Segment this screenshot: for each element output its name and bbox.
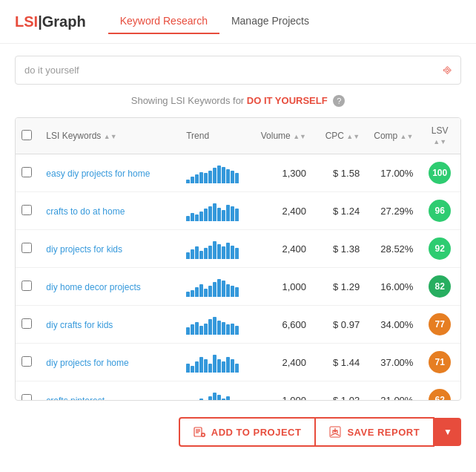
help-icon[interactable]: ? bbox=[333, 95, 345, 107]
table-row: easy diy projects for home1,300$ 1.5817.… bbox=[16, 154, 460, 192]
header-volume[interactable]: Volume ▲▼ bbox=[254, 118, 312, 154]
lsv-cell: 100 bbox=[419, 154, 460, 192]
header: LSI|Graph Keyword Research Manage Projec… bbox=[0, 0, 476, 44]
search-submit-button[interactable]: ⎆ bbox=[443, 62, 452, 78]
table-header-row: LSI Keywords ▲▼ Trend Volume ▲▼ CPC ▲▼ C… bbox=[16, 118, 460, 154]
lsv-badge: 92 bbox=[429, 237, 451, 260]
row-checkbox-3[interactable] bbox=[22, 281, 32, 291]
trend-chart bbox=[186, 200, 248, 221]
lsv-cell: 62 bbox=[419, 381, 460, 401]
row-checkbox-6[interactable] bbox=[22, 394, 32, 401]
cpc-value: $ 1.24 bbox=[312, 192, 366, 230]
cpc-value: $ 0.97 bbox=[312, 306, 366, 344]
cpc-value: $ 1.44 bbox=[312, 344, 366, 381]
trend-chart bbox=[186, 352, 248, 373]
keyword-link[interactable]: diy projects for kids bbox=[46, 244, 122, 255]
trend-chart bbox=[186, 238, 248, 259]
logo-lsi: LSI bbox=[15, 13, 38, 30]
trend-chart bbox=[186, 276, 248, 297]
table-row: diy crafts for kids6,600$ 0.9734.00%77 bbox=[16, 306, 460, 344]
select-all-checkbox[interactable] bbox=[22, 130, 32, 140]
svg-rect-0 bbox=[194, 427, 202, 436]
add-to-project-icon bbox=[194, 426, 205, 438]
keyword-link[interactable]: diy crafts for kids bbox=[46, 320, 113, 330]
trend-chart bbox=[186, 314, 248, 335]
keyword-link[interactable]: easy diy projects for home bbox=[46, 168, 150, 179]
lsv-badge: 71 bbox=[429, 351, 451, 373]
status-prefix: Showing LSI Keywords for bbox=[131, 95, 247, 106]
header-trend: Trend bbox=[180, 118, 254, 154]
table-row: diy projects for home2,400$ 1.4437.00%71 bbox=[16, 344, 460, 381]
row-checkbox-2[interactable] bbox=[22, 243, 32, 253]
search-container: ⎆ bbox=[0, 44, 476, 91]
trend-chart bbox=[186, 390, 248, 400]
nav-tabs: Keyword Research Manage Projects bbox=[108, 9, 321, 34]
lsv-badge: 82 bbox=[429, 275, 451, 298]
volume-value: 2,400 bbox=[254, 230, 312, 268]
comp-value: 37.00% bbox=[366, 344, 419, 381]
cpc-value: $ 1.29 bbox=[312, 268, 366, 306]
comp-value: 21.00% bbox=[366, 381, 419, 401]
lsv-cell: 92 bbox=[419, 230, 460, 268]
add-to-project-label: ADD TO PROJECT bbox=[211, 427, 302, 438]
status-bar: Showing LSI Keywords for DO IT YOURSELF … bbox=[0, 91, 476, 111]
cpc-value: $ 1.38 bbox=[312, 230, 366, 268]
row-checkbox-4[interactable] bbox=[22, 318, 32, 329]
keywords-table: LSI Keywords ▲▼ Trend Volume ▲▼ CPC ▲▼ C… bbox=[16, 118, 460, 400]
sort-arrows-lsv: ▲▼ bbox=[433, 138, 446, 145]
search-box: ⎆ bbox=[15, 56, 461, 85]
save-report-button[interactable]: SAVE REPORT bbox=[316, 417, 434, 447]
keyword-link[interactable]: diy home decor projects bbox=[46, 282, 140, 292]
header-cpc[interactable]: CPC ▲▼ bbox=[312, 118, 366, 154]
lsv-badge: 77 bbox=[429, 313, 451, 335]
comp-value: 34.00% bbox=[366, 306, 419, 344]
table-wrapper[interactable]: LSI Keywords ▲▼ Trend Volume ▲▼ CPC ▲▼ C… bbox=[16, 118, 460, 400]
comp-value: 17.00% bbox=[366, 154, 419, 192]
comp-value: 28.52% bbox=[366, 230, 419, 268]
logo-graph: Graph bbox=[42, 13, 86, 30]
volume-value: 1,000 bbox=[254, 268, 312, 306]
volume-value: 6,600 bbox=[254, 306, 312, 344]
table-body: easy diy projects for home1,300$ 1.5817.… bbox=[16, 154, 460, 401]
status-query: DO IT YOURSELF bbox=[247, 95, 328, 106]
header-lsi-label: LSI Keywords bbox=[46, 131, 101, 141]
table-row: crafts pinterest1,000$ 1.0321.00%62 bbox=[16, 381, 460, 401]
volume-value: 1,300 bbox=[254, 154, 312, 192]
header-lsi-keywords[interactable]: LSI Keywords ▲▼ bbox=[40, 118, 180, 154]
trend-chart bbox=[186, 163, 248, 183]
sort-arrows-comp: ▲▼ bbox=[400, 133, 414, 140]
table-row: crafts to do at home2,400$ 1.2427.29%96 bbox=[16, 192, 460, 230]
row-checkbox-0[interactable] bbox=[22, 167, 32, 177]
add-to-project-button[interactable]: ADD TO PROJECT bbox=[179, 417, 317, 447]
keyword-link[interactable]: diy projects for home bbox=[46, 358, 128, 368]
table-container: LSI Keywords ▲▼ Trend Volume ▲▼ CPC ▲▼ C… bbox=[15, 117, 461, 401]
keyword-link[interactable]: crafts pinterest bbox=[46, 396, 105, 401]
lsv-badge: 96 bbox=[429, 200, 451, 222]
sort-arrows-keyword: ▲▼ bbox=[104, 133, 117, 140]
comp-value: 16.00% bbox=[366, 268, 419, 306]
table-row: diy home decor projects1,000$ 1.2916.00%… bbox=[16, 268, 460, 306]
footer: ADD TO PROJECT SAVE REPORT ▼ bbox=[0, 407, 476, 457]
header-comp[interactable]: Comp ▲▼ bbox=[366, 118, 419, 154]
header-lsv[interactable]: LSV ▲▼ bbox=[419, 118, 460, 154]
save-dropdown-button[interactable]: ▼ bbox=[434, 418, 461, 446]
table-row: diy projects for kids2,400$ 1.3828.52%92 bbox=[16, 230, 460, 268]
tab-keyword-research[interactable]: Keyword Research bbox=[108, 9, 219, 34]
search-input[interactable] bbox=[24, 65, 443, 76]
lsv-cell: 82 bbox=[419, 268, 460, 306]
row-checkbox-1[interactable] bbox=[22, 205, 32, 215]
lsv-cell: 96 bbox=[419, 192, 460, 230]
header-checkbox-col bbox=[16, 118, 40, 154]
volume-value: 2,400 bbox=[254, 344, 312, 381]
cpc-value: $ 1.03 bbox=[312, 381, 366, 401]
save-report-icon bbox=[329, 426, 341, 438]
tab-manage-projects[interactable]: Manage Projects bbox=[219, 9, 321, 34]
logo: LSI|Graph bbox=[15, 13, 86, 30]
row-checkbox-5[interactable] bbox=[22, 356, 32, 367]
cpc-value: $ 1.58 bbox=[312, 154, 366, 192]
lsv-badge: 100 bbox=[429, 162, 451, 184]
save-report-label: SAVE REPORT bbox=[347, 427, 420, 438]
sort-arrows-volume: ▲▼ bbox=[293, 133, 306, 140]
keyword-link[interactable]: crafts to do at home bbox=[46, 206, 125, 217]
lsv-cell: 71 bbox=[419, 344, 460, 381]
